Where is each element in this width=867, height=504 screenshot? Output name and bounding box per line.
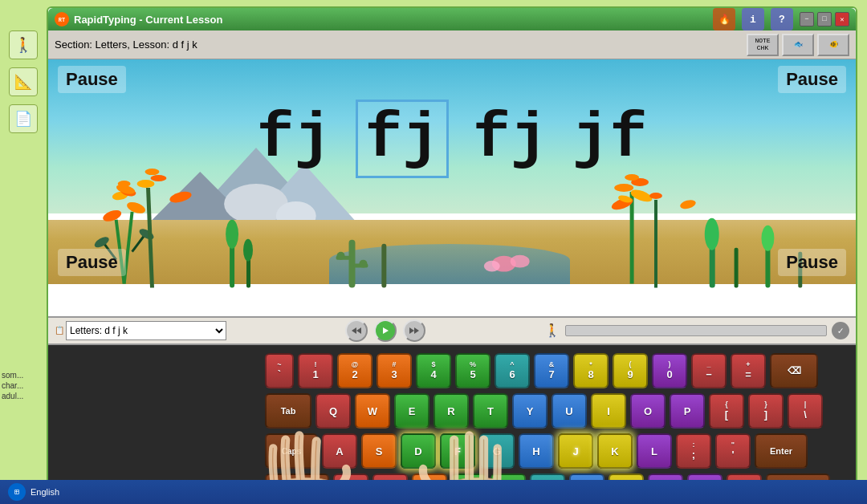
- key-1[interactable]: !1: [298, 353, 333, 388]
- key-4[interactable]: $4: [416, 353, 451, 388]
- svg-point-43: [649, 193, 662, 199]
- key-u[interactable]: U: [552, 393, 587, 429]
- svg-point-41: [679, 198, 697, 210]
- lesson-label: Lesson: d f j k: [133, 39, 197, 51]
- key-equals[interactable]: +=: [731, 353, 766, 388]
- key-3[interactable]: #3: [377, 353, 412, 388]
- svg-line-18: [149, 188, 153, 288]
- svg-point-52: [484, 261, 500, 272]
- key-o[interactable]: O: [630, 393, 666, 429]
- play-button[interactable]: [374, 319, 397, 342]
- key-9[interactable]: (9: [613, 353, 648, 388]
- key-g[interactable]: G: [479, 433, 515, 469]
- key-h[interactable]: H: [519, 433, 554, 469]
- key-rbracket[interactable]: }]: [748, 393, 784, 429]
- controls-bar: 📋 Letters: d f j k: [48, 316, 856, 345]
- key-8[interactable]: *8: [573, 353, 609, 388]
- key-y[interactable]: Y: [512, 393, 547, 429]
- svg-marker-56: [409, 327, 414, 334]
- sidebar-doc-icon[interactable]: 📄: [9, 104, 38, 133]
- content-area: fj fj fj jf Pause Pause Pause Pause 📋 Le…: [48, 59, 856, 504]
- key-f[interactable]: F: [440, 433, 475, 469]
- pause-button-bottomright[interactable]: Pause: [778, 249, 846, 276]
- minimize-button[interactable]: −: [800, 12, 814, 26]
- svg-point-10: [125, 200, 147, 215]
- info-icon-btn[interactable]: i: [742, 8, 764, 30]
- key-j[interactable]: J: [558, 433, 593, 469]
- key-0[interactable]: )0: [652, 353, 687, 388]
- key-backspace[interactable]: ⌫: [770, 353, 818, 388]
- app-wrapper: 🚶 📐 📄 RT RapidTyping - Current Lesson 🔥 …: [0, 0, 867, 504]
- toolbar-btn-fish1[interactable]: 🐟: [782, 34, 814, 56]
- rewind-button[interactable]: [345, 319, 368, 342]
- sidebar-walk-icon[interactable]: 🚶: [9, 30, 38, 59]
- key-q[interactable]: Q: [315, 393, 351, 429]
- typing-char-2: fj: [356, 100, 449, 178]
- sidebar-text-1: som...: [2, 371, 47, 380]
- toolbar: Section: Letters, Lesson: d f j k NOTECH…: [48, 30, 856, 59]
- key-p[interactable]: P: [670, 393, 705, 429]
- check-button[interactable]: ✓: [832, 322, 849, 339]
- svg-marker-54: [352, 327, 356, 334]
- walker-ctrl-icon: 🚶: [544, 323, 560, 339]
- key-e[interactable]: E: [394, 393, 429, 429]
- close-button[interactable]: ✕: [835, 12, 849, 26]
- typing-char-4: jf: [572, 104, 648, 174]
- window-title: RapidTyping - Current Lesson: [74, 14, 713, 26]
- svg-point-27: [243, 239, 253, 262]
- pause-button-topleft[interactable]: Pause: [58, 66, 126, 93]
- sidebar-lesson-icon[interactable]: 📐: [9, 67, 38, 96]
- sidebar-text-3: adul...: [2, 392, 47, 400]
- typing-display: fj fj fj jf: [48, 100, 856, 178]
- toolbar-btn-fish2[interactable]: 🐠: [817, 34, 849, 56]
- svg-point-51: [511, 255, 530, 268]
- key-s[interactable]: S: [361, 433, 397, 469]
- main-window: RT RapidTyping - Current Lesson 🔥 i ? − …: [47, 6, 857, 504]
- key-l[interactable]: L: [637, 433, 672, 469]
- key-5[interactable]: %5: [455, 353, 490, 388]
- toolbar-btn-1[interactable]: NOTECHK: [747, 34, 779, 56]
- flame-icon-btn[interactable]: 🔥: [713, 8, 735, 30]
- key-tab[interactable]: Tab: [265, 393, 311, 429]
- sidebar-text-area: som... char... adul...: [0, 369, 48, 402]
- taskbar: ⊞ English: [0, 480, 867, 504]
- progress-bar: [565, 325, 827, 336]
- key-minus[interactable]: _−: [691, 353, 727, 388]
- key-backslash[interactable]: |\: [788, 393, 823, 429]
- pause-button-bottomleft[interactable]: Pause: [58, 249, 126, 276]
- key-caps[interactable]: Caps: [265, 433, 318, 469]
- key-i[interactable]: I: [591, 393, 626, 429]
- key-enter[interactable]: Enter: [755, 433, 808, 469]
- key-k[interactable]: K: [597, 433, 633, 469]
- maximize-button[interactable]: □: [817, 12, 832, 26]
- key-d[interactable]: D: [401, 433, 436, 469]
- lesson-scene: fj fj fj jf Pause Pause Pause Pause: [48, 59, 856, 316]
- key-semicolon[interactable]: :;: [676, 433, 711, 469]
- progress-area: 🚶 ✓: [544, 322, 849, 339]
- svg-marker-57: [414, 327, 419, 334]
- key-t[interactable]: T: [473, 393, 508, 429]
- section-label: Section: Letters,: [55, 39, 130, 51]
- lesson-select-icon: 📋: [55, 326, 64, 335]
- help-icon-btn[interactable]: ?: [771, 8, 793, 30]
- key-w[interactable]: W: [355, 393, 390, 429]
- pause-button-topright[interactable]: Pause: [778, 66, 846, 93]
- sidebar-text-2: char...: [2, 381, 47, 390]
- key-lbracket[interactable]: {[: [709, 393, 744, 429]
- key-r[interactable]: R: [434, 393, 469, 429]
- lesson-select[interactable]: Letters: d f j k: [66, 321, 226, 340]
- typing-char-3: fj: [473, 104, 548, 174]
- forward-button[interactable]: [403, 319, 425, 342]
- key-2[interactable]: @2: [337, 353, 372, 388]
- key-quote[interactable]: "': [715, 433, 751, 469]
- svg-point-25: [226, 220, 238, 249]
- key-6[interactable]: ^6: [495, 353, 530, 388]
- taskbar-items: ⊞ English: [3, 483, 64, 501]
- start-icon[interactable]: ⊞: [8, 483, 26, 501]
- left-sidebar: 🚶 📐 📄: [0, 22, 48, 504]
- key-backtick[interactable]: ~`: [265, 353, 294, 388]
- svg-marker-55: [383, 327, 389, 334]
- keyboard-row-qwerty: Tab Q W E R T Y U I O P {[ }] |\: [265, 393, 816, 429]
- key-a[interactable]: A: [322, 433, 357, 469]
- key-7[interactable]: &7: [534, 353, 569, 388]
